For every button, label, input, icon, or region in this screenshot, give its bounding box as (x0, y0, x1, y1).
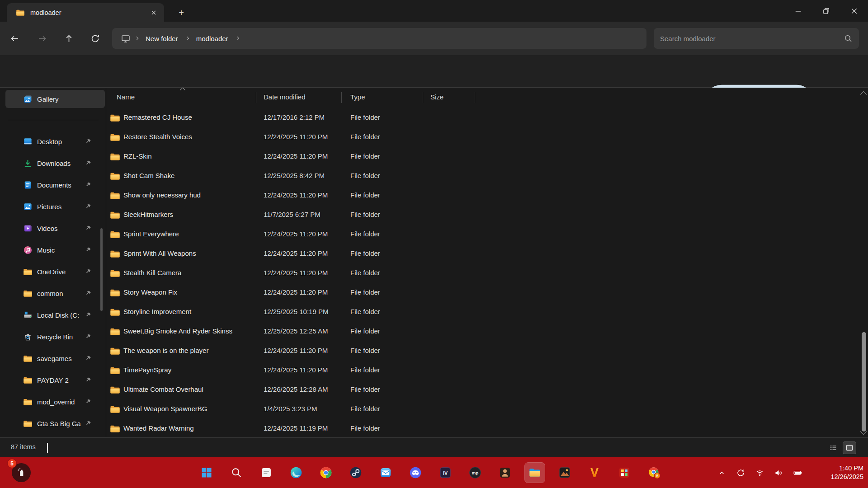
taskbar-steam-button[interactable] (346, 463, 366, 483)
tray-battery-button[interactable] (790, 463, 805, 483)
item-count: 87 items (11, 443, 36, 450)
magnifier-icon (844, 34, 853, 43)
game-app-icon (499, 466, 511, 479)
file-name: Visual Weapon SpawnerBG (123, 405, 252, 413)
file-name: Restore Stealth Voices (123, 133, 252, 141)
details-view-toggle[interactable] (826, 441, 840, 454)
column-separator[interactable] (256, 92, 256, 103)
taskbar-image-app-button[interactable] (555, 463, 575, 483)
file-row[interactable]: Sprint Everywhere12/24/2025 11:20 PMFile… (0, 225, 859, 244)
mp-app-icon: mp (469, 466, 481, 479)
minimize-icon (794, 7, 802, 15)
folder-icon (110, 211, 120, 220)
large-icons-view-toggle[interactable] (843, 441, 856, 454)
breadcrumb-modloader[interactable]: modloader (192, 33, 233, 44)
taskbar-taskbar-search-button[interactable] (226, 463, 246, 483)
column-header-size[interactable]: Size (430, 89, 443, 105)
column-header-type[interactable]: Type (350, 89, 365, 105)
restore-icon (822, 7, 830, 15)
taskbar-discord-button[interactable] (406, 463, 425, 483)
file-row[interactable]: SleekHitmarkers11/7/2025 6:27 PMFile fol… (0, 206, 859, 225)
taskbar-red-grid-app-button[interactable] (614, 463, 634, 483)
sidebar-item-gallery[interactable]: Gallery (5, 90, 105, 108)
file-name: SleekHitmarkers (123, 211, 252, 218)
up-button[interactable] (61, 30, 77, 47)
column-header-date-modified[interactable]: Date modified (264, 89, 306, 105)
breadcrumb-chevron-icon[interactable] (185, 37, 189, 40)
red-grid-app-icon (618, 466, 631, 479)
back-button[interactable] (6, 30, 23, 47)
tray-volume-button[interactable] (771, 463, 786, 483)
minimize-button[interactable] (784, 0, 812, 22)
folder-icon (110, 172, 120, 181)
file-row[interactable]: Sprint With All Weapons12/24/2025 11:20 … (0, 244, 859, 264)
tray-chevron-up-button[interactable] (714, 463, 729, 483)
file-name: Sprint With All Weapons (123, 249, 252, 257)
file-date-modified: 12/24/2025 11:20 PM (264, 366, 328, 374)
scrollbar-thumb[interactable] (862, 332, 866, 432)
scroll-up-arrow-icon[interactable] (860, 91, 867, 98)
breadcrumb-new-folder[interactable]: New folder (141, 33, 183, 44)
search-input[interactable] (660, 35, 840, 42)
white-app-icon (260, 466, 273, 479)
restore-button[interactable] (812, 0, 840, 22)
sidebar-item-label: Gallery (37, 95, 84, 103)
taskbar-iv-app-button[interactable]: IV (435, 463, 455, 483)
file-row[interactable]: Stealth Kill Camera12/24/2025 11:20 PMFi… (0, 264, 859, 283)
file-type: File folder (350, 113, 380, 121)
volume-icon (774, 468, 783, 478)
file-row[interactable]: Visual Weapon SpawnerBG1/4/2025 3:23 PMF… (0, 400, 859, 419)
folder-icon (110, 288, 120, 297)
forward-button[interactable] (34, 30, 50, 47)
folder-icon (110, 347, 120, 356)
clock-time: 1:40 PM (830, 464, 863, 473)
column-separator[interactable] (475, 92, 475, 103)
tray-wifi-button[interactable] (752, 463, 767, 483)
folder-icon (110, 308, 120, 317)
taskbar-white-app-button[interactable] (256, 463, 276, 483)
column-separator[interactable] (423, 92, 423, 103)
new-tab-button[interactable]: + (175, 6, 188, 19)
file-row[interactable]: Story Weapon Fix12/24/2025 11:20 PMFile … (0, 283, 859, 303)
taskbar-game-app-button[interactable] (495, 463, 515, 483)
tray-sync-button[interactable] (733, 463, 748, 483)
file-row[interactable]: RZL-Skin12/24/2025 11:20 PMFile folder (0, 147, 859, 167)
search-box[interactable] (654, 28, 859, 49)
file-name: RZL-Skin (123, 152, 252, 160)
taskbar-mail-button[interactable] (376, 463, 396, 483)
refresh-button[interactable] (87, 30, 103, 47)
taskbar-edge-button[interactable] (286, 463, 306, 483)
column-separator[interactable] (341, 92, 342, 103)
file-type: File folder (350, 347, 380, 354)
file-row[interactable]: The weapon is on the player12/24/2025 11… (0, 342, 859, 361)
breadcrumb-chevron-icon[interactable] (235, 37, 239, 40)
file-name: Shot Cam Shake (123, 172, 252, 179)
taskbar-file-explorer-button[interactable] (525, 463, 545, 483)
file-row[interactable]: Shot Cam Shake12/25/2025 8:42 PMFile fol… (0, 167, 859, 186)
file-row[interactable]: TimePaynSpray12/24/2025 11:20 PMFile fol… (0, 361, 859, 380)
file-row[interactable]: Ultimate Combat Overhaul12/26/2025 12:28… (0, 380, 859, 400)
file-row[interactable]: Restore Stealth Voices12/24/2025 11:20 P… (0, 128, 859, 147)
close-button[interactable] (840, 0, 868, 22)
column-header-name[interactable]: Name (117, 89, 135, 105)
taskbar-clock[interactable]: 1:40 PM 12/26/2025 (830, 464, 863, 481)
taskbar-chrome-a-button[interactable]: A (644, 463, 664, 483)
taskbar-start-button[interactable] (197, 463, 217, 483)
taskbar-v-app-button[interactable] (585, 463, 604, 483)
file-row[interactable]: Sweet,Big Smoke And Ryder Skinss12/25/20… (0, 322, 859, 342)
clock-date: 12/26/2025 (830, 473, 863, 481)
folder-icon (110, 327, 120, 336)
breadcrumb-chevron-icon[interactable] (135, 37, 138, 40)
taskbar-mp-app-button[interactable]: mp (465, 463, 485, 483)
file-date-modified: 12/24/2025 11:20 PM (264, 269, 328, 277)
file-row[interactable]: Remastered CJ House12/17/2016 2:12 PMFil… (0, 108, 859, 128)
file-type: File folder (350, 327, 380, 335)
folder-icon (110, 366, 120, 375)
file-row[interactable]: Show only necessary hud12/24/2025 11:20 … (0, 186, 859, 206)
file-row[interactable]: Storyline Improvement12/25/2025 10:19 PM… (0, 303, 859, 322)
address-bar[interactable]: New folder modloader (112, 28, 646, 49)
tab-close-button[interactable] (148, 7, 160, 19)
taskbar-chrome-button[interactable] (316, 463, 336, 483)
explorer-tab[interactable]: modloader (7, 3, 164, 22)
file-row[interactable]: Wanted Radar Warning12/24/2025 11:19 PMF… (0, 419, 859, 437)
